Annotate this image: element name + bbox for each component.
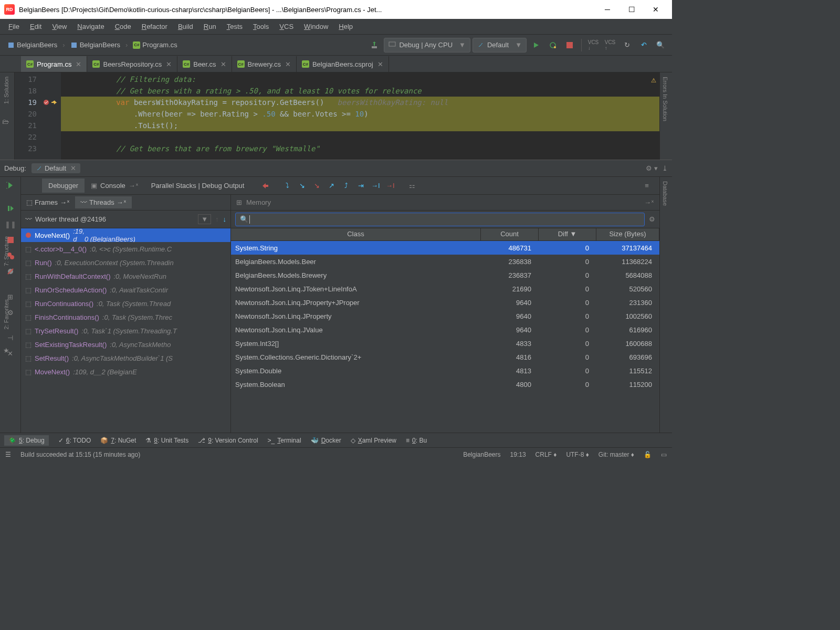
menu-edit[interactable]: Edit: [26, 22, 46, 32]
menu-view[interactable]: View: [48, 22, 71, 32]
evaluate-icon[interactable]: ⚏: [405, 178, 419, 193]
parallel-stacks-tab[interactable]: Parallel Stacks | Debug Output: [145, 178, 251, 193]
menu-vcs[interactable]: VCS: [275, 22, 298, 32]
force-step-into-icon[interactable]: ↘: [309, 178, 324, 193]
solution-tool-button[interactable]: 1: Solution: [3, 77, 9, 104]
memory-row[interactable]: System.Int32[]483301600688: [231, 337, 659, 350]
solution-icon[interactable]: 🗁: [2, 118, 9, 125]
close-icon[interactable]: ✕: [166, 60, 172, 68]
console-tab[interactable]: ▣Console→ˣ: [85, 178, 145, 193]
smart-step-icon[interactable]: ⤴: [339, 178, 353, 193]
run-config-combo[interactable]: Debug | Any CPU▼: [384, 38, 470, 52]
favorites-tool-button[interactable]: 2: Favorites: [3, 299, 9, 329]
tool-nuget[interactable]: 📦7: NuGet: [100, 437, 136, 444]
tool-terminal[interactable]: >_Terminal: [268, 437, 301, 444]
memory-row[interactable]: System.Collections.Generic.Dictionary`2+…: [231, 350, 659, 364]
run-icon[interactable]: [529, 38, 543, 52]
stack-frame[interactable]: ⬚ TrySetResult():0, Task`1 (System.Threa…: [21, 324, 230, 338]
memory-row[interactable]: System.String486731037137464: [231, 241, 659, 255]
close-icon[interactable]: ✕: [76, 60, 81, 68]
menu-tools[interactable]: Tools: [249, 22, 273, 32]
status-icon[interactable]: ☰: [5, 451, 11, 458]
menu-build[interactable]: Build: [174, 22, 197, 32]
memory-row[interactable]: System.Double48130115512: [231, 364, 659, 377]
memory-pin-icon[interactable]: →ˣ: [644, 198, 654, 206]
status-lock-icon[interactable]: 🔓: [644, 451, 652, 458]
memory-settings-icon[interactable]: ⚙: [649, 215, 655, 223]
menu-refactor[interactable]: Refactor: [138, 22, 172, 32]
step-out-icon[interactable]: ↗: [324, 178, 339, 193]
stack-frame[interactable]: ⬚ FinishContinuations():0, Task (System.…: [21, 310, 230, 324]
status-notif-icon[interactable]: ▭: [661, 451, 667, 458]
memory-search-input[interactable]: 🔍: [235, 213, 645, 226]
stack-frame[interactable]: ⬚ RunWithDefaultContext():0, MoveNextRun: [21, 269, 230, 283]
close-icon[interactable]: ✕: [220, 60, 226, 68]
tool-versioncontrol[interactable]: ⎇9: Version Control: [198, 437, 258, 444]
menu-help[interactable]: Help: [334, 22, 357, 32]
warning-icon[interactable]: ⚠: [651, 75, 656, 85]
stack-frame[interactable]: ⬚ SetResult():0, AsyncTaskMethodBuilder`…: [21, 351, 230, 365]
star-icon[interactable]: ★: [3, 346, 9, 354]
stack-frame[interactable]: ⬚ RunContinuations():0, Task (System.Thr…: [21, 297, 230, 310]
close-icon[interactable]: ✕: [377, 60, 383, 68]
show-exec-icon[interactable]: [258, 178, 272, 193]
tool-bu[interactable]: ≡0: Bu: [406, 437, 427, 444]
revert-icon[interactable]: ↶: [636, 38, 651, 52]
tool-docker[interactable]: 🐳Docker: [311, 437, 341, 444]
stack-frame[interactable]: ⬚ MoveNext():109, d__2 (BelgianE: [21, 365, 230, 379]
debugger-tab[interactable]: Debugger: [42, 178, 85, 193]
memory-row[interactable]: System.Boolean48000115200: [231, 377, 659, 391]
vcs-update-icon[interactable]: VCS↓: [586, 38, 601, 52]
rerun-icon[interactable]: [5, 180, 16, 191]
stack-frame[interactable]: ⬚ SetExistingTaskResult():0, AsyncTaskMe…: [21, 338, 230, 351]
step-over-icon[interactable]: ⤵: [280, 178, 295, 193]
tab-beer-cs[interactable]: C#Beer.cs✕: [177, 56, 232, 72]
debug-config[interactable]: ⟋Default✕: [32, 163, 80, 173]
stop-icon[interactable]: [562, 38, 577, 52]
thread-dropdown-icon[interactable]: ▼: [198, 214, 211, 224]
breadcrumb-item[interactable]: C#Program.cs: [130, 40, 180, 50]
tool-debug[interactable]: 🪲5: Debug: [4, 435, 49, 446]
tool-unittests[interactable]: ⚗8: Unit Tests: [145, 437, 188, 444]
menu-code[interactable]: Code: [111, 22, 135, 32]
memory-row[interactable]: Newtonsoft.Json.Linq.JProperty+JProper96…: [231, 296, 659, 309]
thread-selector[interactable]: 〰 Worker thread @24196: [25, 215, 194, 223]
vcs-commit-icon[interactable]: VCS↑: [603, 38, 617, 52]
force-run-icon[interactable]: →I: [383, 178, 397, 193]
tab-brewery-cs[interactable]: C#Brewery.cs✕: [232, 56, 297, 72]
memory-row[interactable]: Newtonsoft.Json.Linq.JProperty9640010025…: [231, 309, 659, 323]
memory-row[interactable]: BelgianBeers.Models.Beer236838011368224: [231, 255, 659, 268]
stack-frame[interactable]: ⬚ Run():0, ExecutionContext (System.Thre…: [21, 256, 230, 269]
tab-belgianbeers-csproj[interactable]: C#BelgianBeers.csproj✕: [297, 56, 389, 72]
history-icon[interactable]: ↻: [620, 38, 634, 52]
memory-row[interactable]: Newtonsoft.Json.Linq.JValue96400616960: [231, 323, 659, 337]
tool-xamlpreview[interactable]: ◇Xaml Preview: [351, 437, 396, 444]
next-frame-icon[interactable]: ↓: [223, 215, 227, 223]
run-to-cursor2-icon[interactable]: →I: [368, 178, 383, 193]
menu-file[interactable]: File: [4, 22, 24, 32]
minimize-button[interactable]: ─: [595, 0, 620, 19]
stack-frame[interactable]: ⬚ RunOrScheduleAction():0, AwaitTaskCont…: [21, 283, 230, 297]
memory-row[interactable]: BelgianBeers.Models.Brewery2368370568408…: [231, 268, 659, 282]
breadcrumb-item[interactable]: BelgianBeers: [4, 40, 60, 50]
status-enc[interactable]: UTF-8 ♦: [566, 451, 589, 458]
tab-beersrepository-cs[interactable]: C#BeersRepository.cs✕: [87, 56, 177, 72]
launch-config-combo[interactable]: ⟋Default▼: [472, 38, 527, 52]
status-eol[interactable]: CRLF ♦: [536, 451, 557, 458]
step-into-icon[interactable]: ↘: [295, 178, 309, 193]
close-icon[interactable]: ✕: [285, 60, 291, 68]
menu-tests[interactable]: Tests: [223, 22, 247, 32]
maximize-button[interactable]: ☐: [620, 0, 644, 19]
menu-window[interactable]: Window: [300, 22, 332, 32]
download-icon[interactable]: ⤓: [662, 164, 668, 172]
settings-icon[interactable]: ⚙ ▾: [646, 164, 658, 172]
stack-frame[interactable]: ⬚ <.cctor>b__4_0():0, <>c (System.Runtim…: [21, 242, 230, 256]
menu-navigate[interactable]: Navigate: [73, 22, 108, 32]
threads-tab[interactable]: 〰 Threads →ˣ: [75, 196, 132, 208]
prev-frame-icon[interactable]: ↑: [215, 215, 219, 223]
build-icon[interactable]: [367, 38, 382, 52]
structure-tool-button[interactable]: 7: Structure: [3, 236, 9, 266]
menu-icon[interactable]: ≡: [639, 178, 654, 193]
close-button[interactable]: ✕: [644, 0, 668, 19]
stack-frame[interactable]: MoveNext():19, d__0 (BelgianBeers): [21, 228, 230, 242]
